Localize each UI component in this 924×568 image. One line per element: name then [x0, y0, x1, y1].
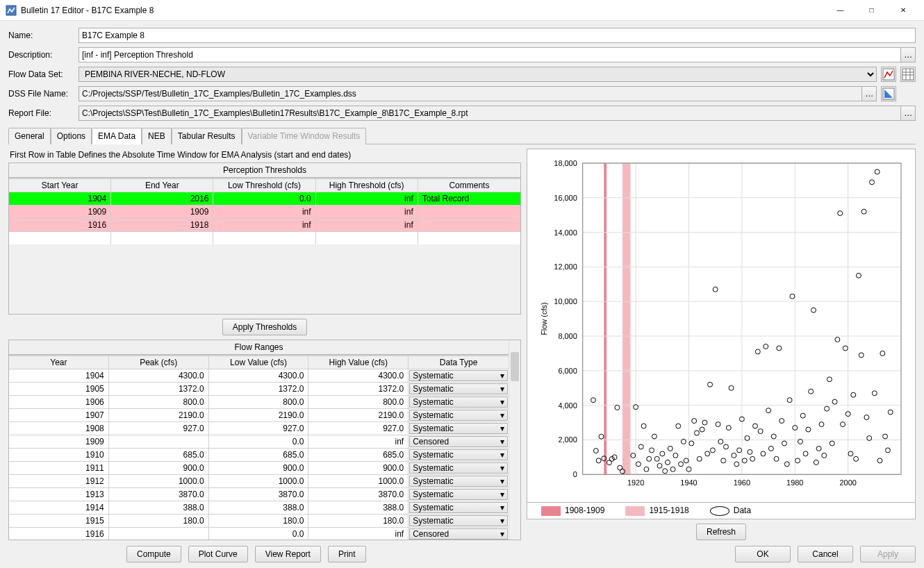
perception-row[interactable]: 190420160.0infTotal Record — [9, 192, 520, 205]
compute-button[interactable]: Compute — [126, 546, 181, 562]
tab-variable-time-window: Variable Time Window Results — [242, 128, 367, 144]
tab-bar: General Options EMA Data NEB Tabular Res… — [8, 128, 916, 144]
svg-point-84 — [723, 444, 728, 449]
flow-row[interactable]: 1915180.0180.0180.0Systematic▾ — [9, 514, 509, 527]
data-type-select[interactable]: Systematic▾ — [409, 410, 508, 421]
data-type-select[interactable]: Systematic▾ — [409, 396, 508, 408]
flow-plot-icon[interactable] — [881, 67, 896, 82]
col-high-value: High Value (cfs) — [308, 356, 409, 369]
data-type-select[interactable]: Systematic▾ — [409, 476, 508, 487]
left-column: First Row in Table Defines the Absolute … — [8, 149, 521, 540]
legend-swatch-2 — [625, 506, 645, 516]
svg-point-73 — [694, 431, 699, 435]
chevron-down-icon: ▾ — [500, 529, 504, 539]
tab-general[interactable]: General — [8, 128, 51, 144]
svg-point-71 — [689, 441, 694, 446]
dss-browse-button[interactable]: … — [861, 86, 877, 101]
svg-point-146 — [888, 410, 893, 415]
svg-rect-2 — [902, 69, 914, 80]
data-type-select[interactable]: Systematic▾ — [409, 449, 508, 460]
flow-row[interactable]: 19072190.02190.02190.0Systematic▾ — [9, 408, 509, 421]
data-type-select[interactable]: Systematic▾ — [409, 462, 508, 474]
svg-point-123 — [827, 377, 832, 382]
dss-file-label: DSS File Name: — [8, 89, 74, 99]
apply-thresholds-button[interactable]: Apply Thresholds — [222, 319, 308, 335]
perception-thresholds-table: Perception Thresholds Start Year End Yea… — [8, 162, 521, 315]
svg-text:0: 0 — [573, 470, 577, 478]
svg-point-122 — [825, 406, 830, 411]
name-input[interactable] — [79, 28, 916, 43]
flow-ranges-outer: Flow Ranges Year Peak (cfs) Low Value (c… — [8, 340, 521, 540]
data-type-select[interactable]: Systematic▾ — [409, 489, 508, 500]
ok-button[interactable]: OK — [735, 546, 791, 562]
perception-header-row: Start Year End Year Low Threshold (cfs) … — [9, 178, 520, 192]
scroll-thumb[interactable] — [511, 352, 519, 381]
col-low-threshold: Low Threshold (cfs) — [213, 178, 315, 192]
svg-text:12,000: 12,000 — [554, 262, 577, 271]
flow-row[interactable]: 19044300.04300.04300.0Systematic▾ — [9, 369, 509, 382]
data-type-select[interactable]: Systematic▾ — [409, 423, 508, 434]
flow-row[interactable]: 19160.0infCensored▾ — [9, 527, 509, 540]
svg-text:2,000: 2,000 — [558, 435, 577, 444]
tab-ema-data[interactable]: EMA Data — [92, 128, 142, 144]
plot-curve-button[interactable]: Plot Curve — [188, 546, 248, 562]
data-type-select[interactable]: Censored▾ — [409, 528, 508, 540]
chevron-down-icon: ▾ — [500, 424, 504, 433]
svg-point-53 — [641, 424, 646, 428]
flow-scrollbar[interactable] — [509, 340, 520, 540]
data-type-select[interactable]: Systematic▾ — [409, 383, 508, 394]
cancel-button[interactable]: Cancel — [798, 546, 853, 562]
report-browse-button[interactable]: … — [900, 106, 916, 121]
flow-row[interactable]: 1911900.0900.0900.0Systematic▾ — [9, 461, 509, 474]
svg-point-114 — [803, 451, 808, 456]
perception-empty-row[interactable] — [9, 231, 520, 244]
svg-point-57 — [652, 434, 657, 439]
svg-point-128 — [841, 422, 845, 427]
flow-row[interactable]: 1908927.0927.0927.0Systematic▾ — [9, 421, 509, 435]
description-input[interactable] — [79, 47, 900, 62]
svg-point-136 — [861, 209, 866, 214]
flow-row[interactable]: 1914388.0388.0388.0Systematic▾ — [9, 501, 509, 514]
description-label: Description: — [8, 50, 74, 60]
flow-row[interactable]: 1906800.0800.0800.0Systematic▾ — [9, 395, 509, 408]
svg-text:1960: 1960 — [734, 478, 750, 487]
data-type-select[interactable]: Censored▾ — [409, 436, 508, 447]
svg-point-59 — [657, 463, 662, 468]
svg-point-95 — [752, 424, 757, 428]
tab-body: First Row in Table Defines the Absolute … — [8, 144, 916, 540]
perception-row[interactable]: 19161918infinf — [9, 218, 520, 231]
flow-row[interactable]: 19051372.01372.01372.0Systematic▾ — [9, 382, 509, 395]
perception-row[interactable]: 19091909infinf — [9, 205, 520, 218]
data-type-select[interactable]: Systematic▾ — [409, 502, 508, 513]
flow-row[interactable]: 19133870.03870.03870.0Systematic▾ — [9, 487, 509, 501]
svg-point-74 — [697, 456, 702, 461]
tab-options[interactable]: Options — [51, 128, 92, 144]
svg-point-38 — [591, 398, 596, 403]
flow-table-icon[interactable] — [900, 67, 916, 82]
maximize-button[interactable]: □ — [856, 0, 887, 20]
col-high-threshold: High Threshold (cfs) — [316, 178, 418, 192]
data-type-select[interactable]: Systematic▾ — [409, 370, 508, 381]
refresh-button[interactable]: Refresh — [696, 524, 746, 540]
flow-data-set-select[interactable]: PEMBINA RIVER-NECHE, ND-FLOW — [79, 67, 877, 82]
flow-row[interactable]: 19090.0infCensored▾ — [9, 435, 509, 448]
data-type-select[interactable]: Systematic▾ — [409, 515, 508, 526]
flow-row[interactable]: 19121000.01000.01000.0Systematic▾ — [9, 474, 509, 487]
legend-marker-data — [710, 506, 729, 516]
print-button[interactable]: Print — [328, 546, 366, 562]
svg-point-109 — [790, 294, 795, 299]
tab-neb[interactable]: NEB — [142, 128, 172, 144]
tab-tabular-results[interactable]: Tabular Results — [172, 128, 242, 144]
dss-file-input — [79, 86, 861, 101]
minimize-button[interactable]: — — [825, 0, 856, 20]
svg-point-139 — [870, 180, 875, 185]
perception-title: Perception Thresholds — [9, 163, 520, 178]
name-label: Name: — [8, 31, 74, 40]
flow-row[interactable]: 1910685.0685.0685.0Systematic▾ — [9, 448, 509, 461]
dss-plot-icon[interactable] — [881, 86, 896, 101]
svg-point-72 — [692, 419, 697, 424]
close-button[interactable]: ✕ — [887, 0, 918, 20]
svg-text:1980: 1980 — [786, 478, 803, 487]
view-report-button[interactable]: View Report — [255, 546, 321, 562]
description-browse-button[interactable]: … — [900, 47, 916, 62]
